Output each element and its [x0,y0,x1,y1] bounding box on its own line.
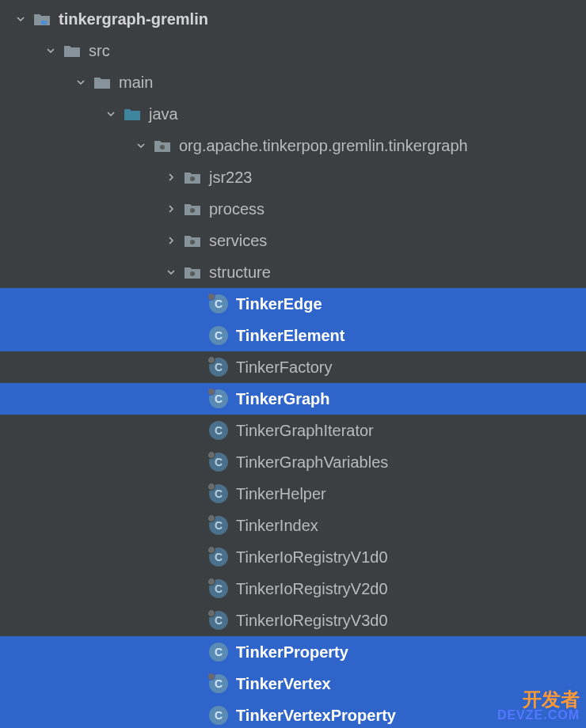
package-icon [184,232,201,249]
tree-item-class[interactable]: C TinkerVertex [0,668,586,700]
tree-item-label: TinkerIndex [236,517,318,535]
tree-item-label: TinkerIoRegistryV3d0 [236,612,388,630]
class-icon: C [209,484,228,503]
tree-item-label: main [119,74,153,92]
tree-item-label: TinkerIoRegistryV1d0 [236,548,388,567]
class-icon: C [209,611,228,630]
tree-item-label: TinkerGraphVariables [236,453,388,472]
tree-item-label: java [149,105,178,123]
tree-item-class[interactable]: C TinkerGraph [0,383,586,415]
class-icon: C [209,516,228,535]
class-icon: C [209,643,228,662]
chevron-right-icon[interactable] [163,233,179,248]
svg-point-1 [160,145,165,150]
tree-item-label: services [209,232,267,250]
class-icon: C [209,421,228,440]
class-icon: C [209,579,228,598]
chevron-down-icon[interactable] [103,106,119,122]
source-folder-icon [124,105,141,123]
project-tree: tinkergraph-gremlin src main java [0,0,586,728]
class-icon: C [209,358,228,377]
tree-item-class[interactable]: C TinkerFactory [0,351,586,383]
folder-icon [93,74,111,91]
tree-item-label: TinkerIoRegistryV2d0 [236,580,388,598]
svg-point-3 [190,208,195,213]
tree-item-structure[interactable]: structure [0,256,586,288]
tree-item-java[interactable]: java [0,98,586,130]
chevron-down-icon[interactable] [43,43,59,59]
package-icon [184,169,201,186]
folder-icon [63,42,81,59]
chevron-right-icon[interactable] [163,201,179,217]
tree-item-label: TinkerHelper [236,485,326,503]
tree-item-label: TinkerGraphIterator [236,422,374,440]
package-icon [154,137,171,154]
svg-point-5 [190,271,195,276]
class-icon: C [209,326,228,345]
tree-item-label: process [209,200,264,218]
tree-item-class[interactable]: C TinkerIoRegistryV3d0 [0,605,586,636]
module-icon [33,10,51,28]
package-icon [184,200,201,218]
class-icon: C [209,453,228,472]
svg-rect-0 [41,21,47,25]
tree-item-label: jsr223 [209,169,252,187]
tree-item-label: TinkerEdge [236,295,322,313]
chevron-down-icon[interactable] [13,11,29,27]
tree-item-class[interactable]: C TinkerVertexProperty [0,700,586,728]
tree-item-root[interactable]: tinkergraph-gremlin [0,3,586,35]
class-icon: C [209,674,228,693]
tree-item-label: org.apache.tinkerpop.gremlin.tinkergraph [179,137,468,155]
svg-point-4 [190,240,195,245]
tree-item-class[interactable]: C TinkerGraphIterator [0,415,586,446]
tree-item-label: TinkerFactory [236,358,333,377]
chevron-down-icon[interactable] [73,74,89,90]
tree-item-process[interactable]: process [0,193,586,225]
tree-item-label: TinkerGraph [236,390,330,408]
tree-item-class[interactable]: C TinkerIndex [0,510,586,541]
svg-point-2 [190,176,195,181]
tree-item-class[interactable]: C TinkerIoRegistryV2d0 [0,573,586,605]
tree-item-label: TinkerVertexProperty [236,707,396,725]
chevron-right-icon[interactable] [163,169,179,185]
tree-item-label: tinkergraph-gremlin [59,10,208,28]
tree-item-class[interactable]: C TinkerElement [0,320,586,351]
chevron-down-icon[interactable] [133,138,149,154]
class-icon: C [209,548,228,567]
tree-item-jsr223[interactable]: jsr223 [0,161,586,193]
tree-item-main[interactable]: main [0,66,586,98]
tree-item-class[interactable]: C TinkerEdge [0,288,586,320]
package-icon [184,264,201,281]
tree-item-class[interactable]: C TinkerProperty [0,636,586,668]
tree-item-label: structure [209,264,271,282]
tree-item-label: TinkerProperty [236,643,348,662]
tree-item-label: TinkerElement [236,327,344,345]
tree-item-label: src [89,42,110,60]
chevron-down-icon[interactable] [163,264,179,280]
class-icon: C [209,706,228,725]
tree-item-label: TinkerVertex [236,675,331,693]
tree-item-src[interactable]: src [0,35,586,66]
tree-item-class[interactable]: C TinkerGraphVariables [0,446,586,478]
tree-item-class[interactable]: C TinkerIoRegistryV1d0 [0,541,586,573]
class-icon: C [209,389,228,408]
tree-item-package[interactable]: org.apache.tinkerpop.gremlin.tinkergraph [0,130,586,161]
tree-item-class[interactable]: C TinkerHelper [0,478,586,510]
tree-item-services[interactable]: services [0,225,586,256]
class-icon: C [209,294,228,313]
